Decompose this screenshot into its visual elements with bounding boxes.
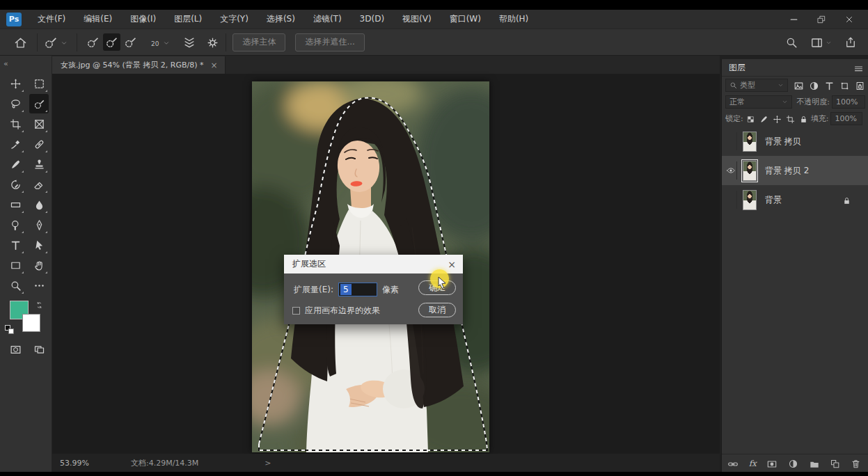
filter-smart-objects-icon[interactable] [855,79,865,92]
delete-layer-icon[interactable] [851,457,861,470]
history-brush-tool[interactable] [6,175,25,194]
menu-file[interactable]: 文件(F) [29,10,74,29]
path-selection-tool[interactable] [29,235,49,255]
link-layers-icon[interactable] [727,457,739,470]
lock-all-icon[interactable] [799,112,808,125]
new-group-icon[interactable] [809,457,820,470]
layer-row-selected[interactable]: 背景 拷贝 2 [722,156,868,185]
new-layer-icon[interactable] [830,457,840,470]
subtract-from-selection-icon[interactable] [122,33,139,51]
swap-colors-icon[interactable] [35,298,43,311]
menu-view[interactable]: 视图(V) [393,10,441,29]
select-and-mask-button[interactable]: 选择并遮住... [295,33,364,51]
lock-position-icon[interactable] [773,112,782,125]
layer-thumbnail[interactable] [743,132,757,152]
expand-by-input[interactable]: 5 [338,283,377,296]
lasso-tool[interactable] [6,94,25,113]
menu-filter[interactable]: 滤镜(T) [304,10,351,29]
layer-thumbnail[interactable] [743,190,757,210]
frame-tool[interactable] [29,114,49,134]
lock-label: 锁定: [725,113,743,124]
move-tool[interactable] [6,74,25,93]
add-layer-mask-icon[interactable] [766,457,778,470]
layer-row[interactable]: 背景 [722,185,868,214]
filter-type-dropdown[interactable]: 类型 [725,79,788,92]
layer-thumbnail[interactable] [743,161,757,181]
home-icon[interactable] [10,35,31,49]
eyedropper-tool[interactable] [6,134,25,154]
close-window-icon[interactable] [840,13,858,26]
tool-options-gear-icon[interactable] [206,35,219,49]
crop-tool[interactable] [6,114,25,134]
hand-tool[interactable] [29,255,49,275]
visibility-toggle[interactable] [725,161,737,180]
filter-type-layers-icon[interactable] [824,79,835,92]
tool-preset-chevron-icon[interactable] [61,35,68,49]
dodge-tool[interactable] [6,215,25,235]
menu-select[interactable]: 选择(S) [258,10,304,29]
gradient-tool[interactable] [6,195,25,214]
brush-size-picker[interactable]: 20 [151,35,170,49]
select-subject-button[interactable]: 选择主体 [232,33,285,51]
brush-tool[interactable] [6,154,25,174]
restore-icon[interactable] [812,13,830,26]
pen-tool[interactable] [29,215,49,235]
lock-image-pixels-icon[interactable] [759,112,768,125]
blend-mode-dropdown[interactable]: 正常 [725,95,792,109]
cancel-button[interactable]: 取消 [418,303,456,317]
status-bar: 53.99% 文档:4.29M/14.3M > [52,454,720,472]
document-tab[interactable]: 女孩.jpg @ 54% (背景 拷贝 2, RGB/8) * × [52,56,226,74]
eraser-tool[interactable] [29,175,49,194]
filter-pixel-layers-icon[interactable] [794,79,804,92]
zoom-tool[interactable] [6,276,25,295]
panel-menu-icon[interactable] [853,61,868,74]
filter-shape-layers-icon[interactable] [839,79,850,92]
screen-mode-icon[interactable] [29,340,49,359]
sample-angle-icon[interactable] [182,35,196,49]
type-tool[interactable] [6,235,25,255]
visibility-toggle[interactable] [725,132,737,150]
tool-preset-icon[interactable] [44,35,58,49]
collapse-tools-icon[interactable]: « [0,56,52,72]
menu-window[interactable]: 窗口(W) [441,10,490,29]
layers-panel-tab[interactable]: 图层 [722,62,745,74]
search-icon[interactable] [785,35,798,49]
blur-tool[interactable] [29,195,49,214]
dialog-close-icon[interactable]: × [448,259,456,270]
apply-canvas-bounds-checkbox[interactable] [292,307,300,315]
zoom-level[interactable]: 53.99% [60,459,89,468]
default-colors-icon[interactable] [5,325,15,335]
canvas-area[interactable]: 扩展选区 × 扩展量(E): 5 像素 应用画布边界的效果 确定 取消 [52,74,720,454]
rectangle-tool[interactable] [6,255,25,275]
menu-edit[interactable]: 编辑(E) [74,10,121,29]
filter-adjustment-layers-icon[interactable] [809,79,819,92]
marquee-tool[interactable] [29,74,49,93]
minimize-icon[interactable] [784,13,803,26]
layer-style-fx-icon[interactable]: fx [749,459,757,468]
clone-stamp-tool[interactable] [29,154,49,174]
lock-artboard-icon[interactable] [786,112,795,125]
fill-dropdown[interactable]: 100% [830,112,862,125]
opacity-dropdown[interactable]: 100% [832,95,865,109]
layer-row[interactable]: 背景 拷贝 [722,127,868,156]
menu-type[interactable]: 文字(Y) [211,10,258,29]
expand-by-label: 扩展量(E): [294,284,333,296]
background-color-swatch[interactable] [22,314,40,332]
new-adjustment-layer-icon[interactable] [788,457,798,470]
add-to-selection-icon[interactable] [103,33,120,51]
workspace-switcher-icon[interactable] [810,35,832,49]
visibility-toggle[interactable] [725,191,737,209]
lock-transparent-pixels-icon[interactable] [746,112,755,125]
menu-layer[interactable]: 图层(L) [165,10,211,29]
close-tab-icon[interactable]: × [210,61,217,70]
new-selection-icon[interactable] [84,33,102,51]
quick-mask-icon[interactable] [6,340,25,359]
menu-help[interactable]: 帮助(H) [490,10,537,29]
share-icon[interactable] [844,35,857,49]
edit-toolbar-icon[interactable] [29,276,49,295]
status-expand-chevron[interactable]: > [265,459,271,468]
healing-brush-tool[interactable] [29,134,49,154]
quick-selection-tool[interactable] [29,94,49,113]
menu-3d[interactable]: 3D(D) [351,10,393,29]
menu-image[interactable]: 图像(I) [121,10,165,29]
